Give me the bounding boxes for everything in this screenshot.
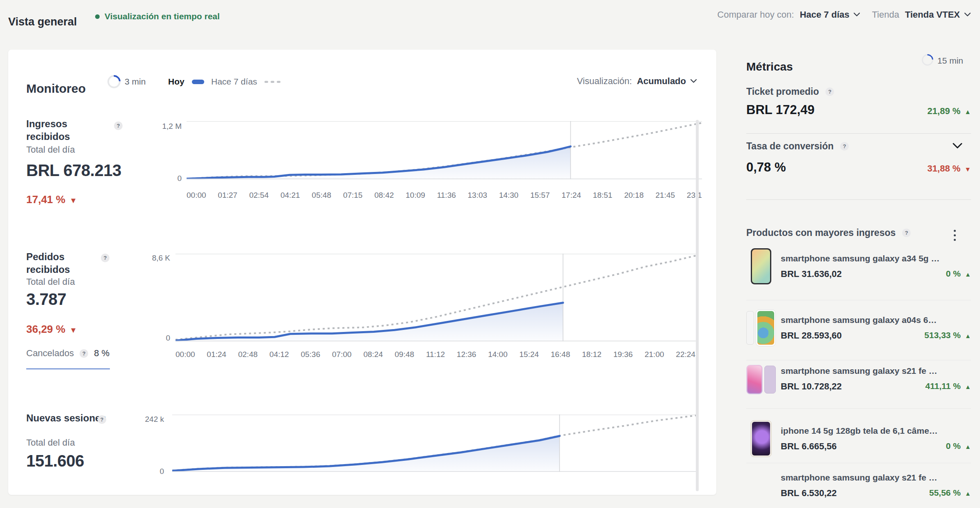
overview-page: Vista general Visualización en tiempo re…	[0, 0, 980, 508]
product-name[interactable]: smartphone samsung galaxy a34 5g …	[781, 254, 939, 263]
y-axis-max-label: 1,2 M	[153, 122, 182, 131]
x-tick-label: 11:12	[426, 350, 445, 359]
products-title: Productos con mayores ingresos	[746, 227, 896, 238]
help-icon[interactable]: ?	[825, 87, 834, 96]
trend-indicator: 31,88 %▼	[746, 163, 971, 174]
realtime-status: Visualización en tiempo real	[95, 11, 220, 21]
chevron-down-icon	[952, 142, 963, 150]
kebab-menu-icon[interactable]	[952, 228, 957, 243]
legend-compare[interactable]: Hace 7 días	[211, 77, 280, 87]
vertical-scrollbar[interactable]	[696, 120, 699, 491]
chevron-down-icon	[853, 12, 860, 18]
divider	[746, 360, 971, 360]
legend-compare-label: Hace 7 días	[211, 77, 257, 87]
x-tick-label: 08:24	[363, 350, 383, 359]
x-tick-label: 00:00	[187, 191, 206, 200]
trend-percent: 31,88 %	[928, 163, 961, 174]
conversion-header: Tasa de conversión ?	[746, 141, 849, 152]
help-icon[interactable]: ?	[101, 254, 109, 262]
x-tick-label: 22:24	[676, 350, 695, 359]
product-thumbnail	[746, 421, 776, 456]
page-title: Vista general	[8, 16, 77, 28]
cancelados-row: Cancelados ? 8 %	[26, 348, 109, 359]
y-axis-min-label: 0	[141, 334, 170, 343]
cancelados-value: 8 %	[94, 348, 109, 359]
trend-indicator: 0 %▲	[781, 269, 971, 279]
cancelados-label: Cancelados	[26, 348, 74, 359]
divider	[746, 408, 971, 409]
trend-indicator: 36,29 %▼	[26, 323, 77, 336]
trend-indicator: 17,41 %▼	[26, 193, 77, 206]
trend-percent: 36,29 %	[26, 323, 65, 335]
x-tick-label: 15:57	[530, 191, 550, 200]
chart-sesiones[interactable]	[172, 414, 697, 472]
x-tick-label: 04:21	[280, 191, 300, 200]
trend-down-icon: ▼	[964, 166, 971, 173]
stat-subtitle: Total del día	[26, 144, 75, 155]
chart-pedidos[interactable]	[175, 254, 697, 341]
help-icon[interactable]: ?	[80, 349, 88, 358]
x-axis-labels: 00:0001:2402:4804:1205:3607:0008:2409:48…	[175, 350, 695, 359]
x-tick-label: 07:15	[343, 191, 363, 200]
help-icon[interactable]: ?	[98, 415, 106, 424]
chart-ingresos[interactable]	[187, 121, 702, 179]
compare-label: Comparar hoy con:	[717, 9, 794, 20]
conversion-label: Tasa de conversión	[746, 141, 834, 152]
view-label: Visualización:	[577, 76, 632, 87]
live-status-icon	[95, 14, 100, 19]
trend-down-icon: ▼	[69, 196, 77, 205]
product-name[interactable]: smartphone samsung galaxy s21 fe …	[781, 473, 937, 483]
y-axis-min-label: 0	[153, 174, 182, 183]
x-tick-label: 15:24	[520, 350, 539, 359]
x-tick-label: 23:1	[687, 191, 702, 200]
help-icon[interactable]: ?	[840, 142, 849, 151]
store-label: Tienda	[872, 9, 899, 20]
x-tick-label: 12:36	[457, 350, 476, 359]
x-tick-label: 01:27	[218, 191, 237, 200]
store-select[interactable]: Tienda VTEX	[905, 9, 971, 20]
product-name[interactable]: smartphone samsung galaxy a04s 6…	[781, 315, 937, 325]
trend-up-icon: ▲	[965, 271, 971, 278]
view-selector-group: Visualización: Acumulado	[459, 76, 697, 87]
legend-today[interactable]: Hoy	[168, 77, 204, 87]
cancelados-underline	[26, 368, 110, 369]
help-icon[interactable]: ?	[114, 121, 123, 130]
monitor-title: Monitoreo	[26, 82, 86, 96]
trend-indicator: 513,33 %▲	[781, 330, 971, 340]
product-thumbnail	[746, 310, 776, 346]
x-tick-label: 04:12	[269, 350, 289, 359]
conversion-collapse-button[interactable]	[952, 142, 963, 150]
product-name[interactable]: smartphone samsung galaxy s21 fe …	[781, 366, 937, 376]
stat-title-ingresos: Ingresos recibidos	[26, 117, 108, 143]
product-name[interactable]: iphone 14 5g 128gb tela de 6,1 câme…	[781, 426, 938, 436]
help-icon[interactable]: ?	[902, 229, 911, 237]
stat-value-pedidos: 3.787	[26, 290, 66, 309]
divider	[746, 463, 971, 463]
trend-indicator: 21,89 %▲	[746, 106, 971, 117]
stat-title-pedidos: Pedidos recibidos	[26, 250, 108, 276]
x-tick-label: 13:03	[468, 191, 488, 200]
chevron-down-icon	[690, 78, 697, 85]
metrics-title: Métricas	[746, 60, 793, 73]
x-tick-label: 01:24	[207, 350, 226, 359]
stat-value-sesiones: 151.606	[26, 452, 84, 470]
topbar-controls: Comparar hoy con: Hace 7 días Tienda Tie…	[717, 9, 971, 20]
x-tick-label: 18:51	[593, 191, 613, 200]
divider	[746, 199, 971, 200]
view-value: Acumulado	[637, 76, 686, 87]
stat-value-ingresos: BRL 678.213	[26, 161, 121, 180]
compare-value: Hace 7 días	[800, 9, 849, 20]
realtime-label: Visualización en tiempo real	[105, 11, 220, 21]
stat-subtitle: Total del día	[26, 277, 75, 287]
x-tick-label: 20:18	[624, 191, 644, 200]
compare-select[interactable]: Hace 7 días	[800, 9, 860, 20]
refresh-interval: 3 min	[125, 77, 146, 87]
x-tick-label: 14:30	[499, 191, 519, 200]
trend-up-icon: ▲	[965, 332, 971, 339]
x-tick-label: 18:12	[582, 350, 602, 359]
today-legend-swatch	[192, 80, 204, 84]
x-tick-label: 08:42	[374, 191, 394, 200]
store-value: Tienda VTEX	[905, 9, 960, 20]
view-select[interactable]: Acumulado	[637, 76, 697, 87]
product-thumbnail	[746, 249, 776, 284]
